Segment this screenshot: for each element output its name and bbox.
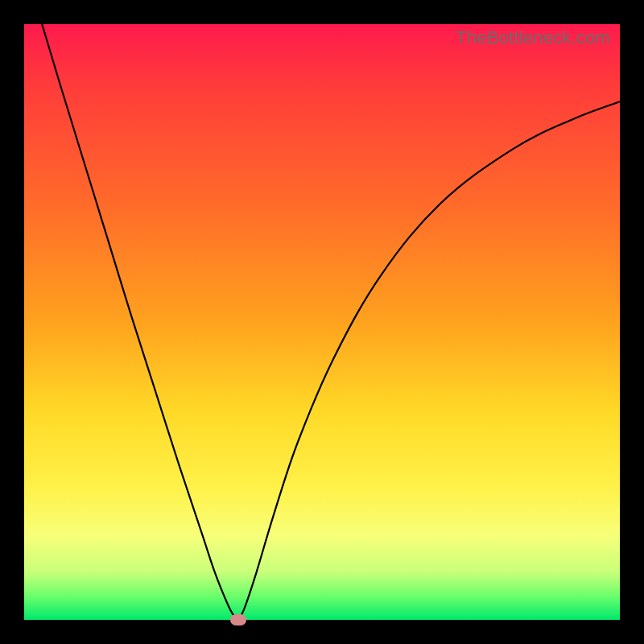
bottleneck-curve bbox=[24, 24, 620, 620]
minimum-marker bbox=[230, 614, 246, 625]
plot-area: TheBottleneck.com bbox=[24, 24, 620, 620]
curve-path bbox=[42, 24, 620, 620]
chart-frame: TheBottleneck.com bbox=[0, 0, 644, 644]
